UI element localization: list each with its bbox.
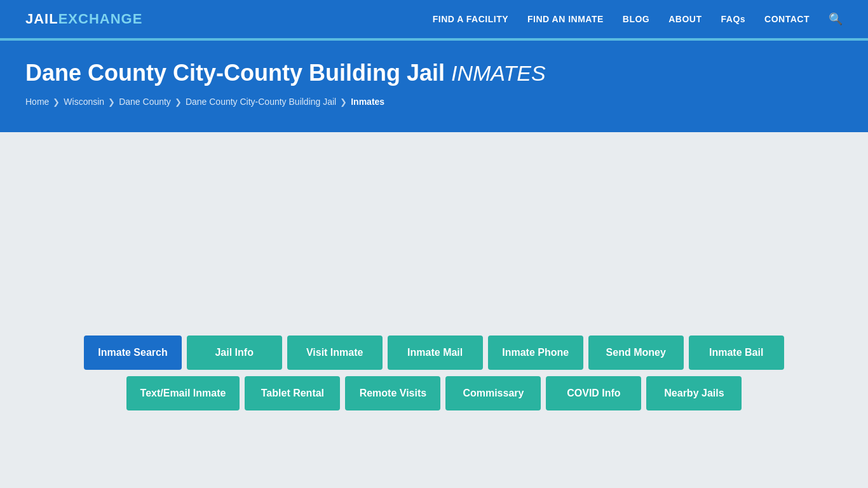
action-button-inmate-search[interactable]: Inmate Search [84, 336, 181, 370]
action-button-inmate-mail[interactable]: Inmate Mail [388, 336, 483, 370]
page-title-main: Dane County City-County Building Jail [25, 60, 445, 86]
action-button-remote-visits[interactable]: Remote Visits [345, 376, 440, 410]
breadcrumb-sep-4: ❯ [340, 97, 347, 107]
search-icon[interactable]: 🔍 [829, 12, 843, 26]
nav-contact[interactable]: CONTACT [764, 14, 810, 24]
page-title: Dane County City-County Building Jail IN… [25, 60, 843, 86]
buttons-row-2: Text/Email InmateTablet RentalRemote Vis… [126, 376, 742, 410]
breadcrumb: Home ❯ Wisconsin ❯ Dane County ❯ Dane Co… [25, 97, 843, 107]
action-button-inmate-bail[interactable]: Inmate Bail [689, 336, 784, 370]
breadcrumb-facility[interactable]: Dane County City-County Building Jail [186, 97, 336, 107]
logo-jail-text: JAIL [25, 11, 58, 27]
breadcrumb-sep-3: ❯ [175, 97, 182, 107]
action-button-tablet-rental[interactable]: Tablet Rental [245, 376, 340, 410]
nav-find-inmate[interactable]: FIND AN INMATE [527, 14, 604, 24]
breadcrumb-wisconsin[interactable]: Wisconsin [64, 97, 104, 107]
site-logo[interactable]: JAIL EXCHANGE [25, 11, 142, 27]
breadcrumb-sep-2: ❯ [108, 97, 115, 107]
nav-about[interactable]: ABOUT [668, 14, 702, 24]
nav-blog[interactable]: BLOG [623, 14, 649, 24]
page-title-italic: INMATES [451, 61, 546, 85]
logo-exchange-text: EXCHANGE [58, 11, 143, 27]
action-button-visit-inmate[interactable]: Visit Inmate [287, 336, 383, 370]
action-button-send-money[interactable]: Send Money [588, 336, 684, 370]
main-content: Inmate SearchJail InfoVisit InmateInmate… [0, 132, 868, 437]
nav-find-facility[interactable]: FIND A FACILITY [433, 14, 508, 24]
breadcrumb-current: Inmates [351, 97, 384, 107]
action-button-covid-info[interactable]: COVID Info [546, 376, 641, 410]
buttons-row-1: Inmate SearchJail InfoVisit InmateInmate… [84, 336, 783, 370]
breadcrumb-sep-1: ❯ [53, 97, 60, 107]
site-header: JAIL EXCHANGE FIND A FACILITY FIND AN IN… [0, 0, 868, 38]
hero-section: Dane County City-County Building Jail IN… [0, 41, 868, 132]
nav-faqs[interactable]: FAQs [721, 14, 746, 24]
breadcrumb-dane-county[interactable]: Dane County [119, 97, 171, 107]
action-button-inmate-phone[interactable]: Inmate Phone [488, 336, 583, 370]
action-button-nearby-jails[interactable]: Nearby Jails [646, 376, 742, 410]
action-button-text/email-inmate[interactable]: Text/Email Inmate [126, 376, 240, 410]
breadcrumb-home[interactable]: Home [25, 97, 49, 107]
action-button-commissary[interactable]: Commissary [445, 376, 541, 410]
main-nav: FIND A FACILITY FIND AN INMATE BLOG ABOU… [433, 12, 843, 26]
action-buttons-container: Inmate SearchJail InfoVisit InmateInmate… [25, 336, 843, 410]
action-button-jail-info[interactable]: Jail Info [187, 336, 282, 370]
